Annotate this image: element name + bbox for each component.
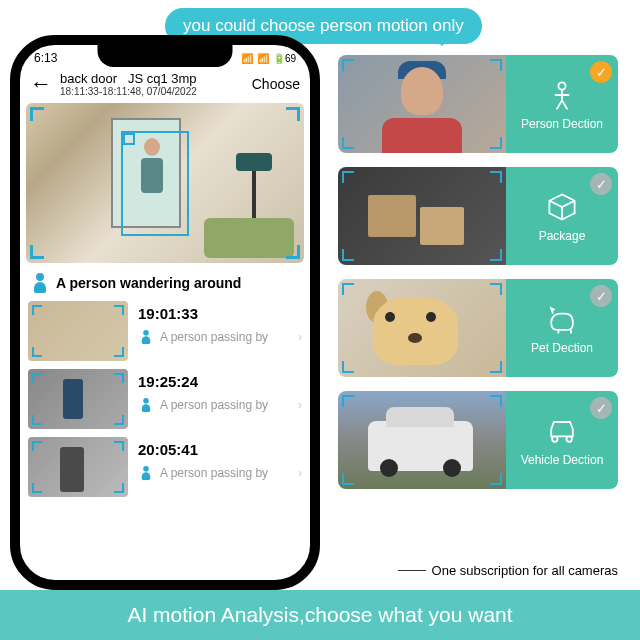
header-text: back door JS cq1 3mp 18:11:33-18:11:48, … <box>60 71 244 97</box>
check-icon: ✓ <box>590 285 612 307</box>
event-thumbnail <box>28 437 128 497</box>
person-icon <box>140 466 151 480</box>
tile-person-detection[interactable]: Person Dection ✓ <box>338 55 618 153</box>
event-time: 19:25:24 <box>138 373 302 390</box>
person-icon <box>140 330 151 344</box>
check-icon: ✓ <box>590 173 612 195</box>
vehicle-icon <box>544 413 580 449</box>
status-time: 6:13 <box>34 51 57 65</box>
svg-point-0 <box>558 82 565 89</box>
device-model: JS cq1 3mp <box>128 71 197 86</box>
tile-package-detection[interactable]: Package ✓ <box>338 167 618 265</box>
alert-text: A person wandering around <box>56 275 241 291</box>
check-icon: ✓ <box>590 61 612 83</box>
tile-label: Pet Dection <box>531 341 593 355</box>
tile-label: Person Dection <box>521 117 603 131</box>
detection-options: Person Dection ✓ Package ✓ Pet Dection ✓… <box>338 55 618 489</box>
event-thumbnail <box>28 301 128 361</box>
detection-box <box>121 131 189 236</box>
camera-name: back door <box>60 71 117 86</box>
person-outline-icon <box>544 77 580 113</box>
tile-vehicle-detection[interactable]: Vehicle Dection ✓ <box>338 391 618 489</box>
chevron-right-icon: › <box>298 398 302 412</box>
event-time: 20:05:41 <box>138 441 302 458</box>
tile-photo <box>338 167 506 265</box>
tile-photo <box>338 279 506 377</box>
pet-icon <box>544 301 580 337</box>
chevron-right-icon: › <box>298 466 302 480</box>
event-desc: A person passing by <box>160 330 268 344</box>
event-desc: A person passing by <box>160 466 268 480</box>
package-icon <box>544 189 580 225</box>
event-item[interactable]: 20:05:41 A person passing by› <box>28 437 302 497</box>
battery-icon: 🔋69 <box>273 53 296 64</box>
tile-label: Package <box>539 229 586 243</box>
tile-pet-detection[interactable]: Pet Dection ✓ <box>338 279 618 377</box>
phone-notch <box>98 45 233 67</box>
footer-banner: AI motion Analysis,choose what you want <box>0 590 640 640</box>
wifi-icon: 📶 <box>257 53 269 64</box>
phone-mockup: 6:13 📶 📶 🔋69 ← back door JS cq1 3mp 18:1… <box>10 35 320 590</box>
event-time: 19:01:33 <box>138 305 302 322</box>
person-icon <box>32 273 48 293</box>
tile-photo <box>338 391 506 489</box>
back-button[interactable]: ← <box>30 73 52 95</box>
event-list: 19:01:33 A person passing by› 19:25:24 A… <box>20 301 310 497</box>
subscription-note: One subscription for all cameras <box>398 563 618 578</box>
app-header: ← back door JS cq1 3mp 18:11:33-18:11:48… <box>20 67 310 101</box>
event-item[interactable]: 19:01:33 A person passing by› <box>28 301 302 361</box>
check-icon: ✓ <box>590 397 612 419</box>
choose-button[interactable]: Choose <box>252 76 300 92</box>
event-thumbnail <box>28 369 128 429</box>
signal-icon: 📶 <box>241 53 253 64</box>
tile-label: Vehicle Dection <box>521 453 604 467</box>
event-desc: A person passing by <box>160 398 268 412</box>
header-timestamp: 18:11:33-18:11:48, 07/04/2022 <box>60 86 244 97</box>
main-camera-view[interactable] <box>26 103 304 263</box>
chevron-right-icon: › <box>298 330 302 344</box>
tile-photo <box>338 55 506 153</box>
status-icons: 📶 📶 🔋69 <box>241 53 296 64</box>
person-icon <box>140 398 151 412</box>
event-item[interactable]: 19:25:24 A person passing by› <box>28 369 302 429</box>
alert-banner: A person wandering around <box>20 265 310 301</box>
